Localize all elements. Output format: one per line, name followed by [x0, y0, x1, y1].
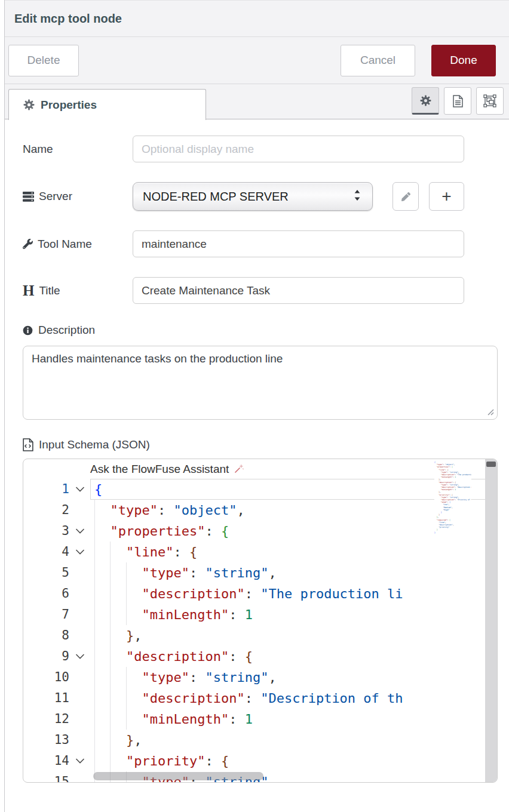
line-number: 13	[23, 730, 69, 751]
code-line-12[interactable]: 12 "minLength": 1	[23, 709, 497, 730]
code-line-14[interactable]: 14 "priority": {	[23, 751, 497, 771]
editor-vertical-scrollbar[interactable]	[485, 459, 497, 782]
fold-chevron-icon[interactable]	[69, 751, 90, 771]
ask-assistant-link[interactable]: Ask the FlowFuse Assistant	[90, 463, 229, 476]
edit-node-dialog: Edit mcp tool node Delete Cancel Done	[4, 0, 509, 812]
fold-spacer	[69, 604, 90, 625]
server-icon	[23, 192, 34, 202]
dialog-header: Edit mcp tool node	[5, 1, 509, 37]
description-field-wrap: Handles maintenance tasks on the product…	[23, 346, 498, 420]
fold-spacer	[69, 562, 90, 583]
gear-icon	[420, 95, 431, 106]
pencil-icon	[401, 192, 410, 201]
dialog-top-zone: Edit mcp tool node Delete Cancel Done	[5, 0, 509, 119]
server-label: Server	[23, 190, 133, 203]
title-input[interactable]	[133, 277, 464, 304]
line-number: 7	[23, 604, 69, 625]
document-icon	[453, 95, 463, 107]
tool-name-row: Tool Name	[23, 230, 509, 257]
tool-name-input[interactable]	[133, 230, 464, 257]
line-number: 6	[23, 583, 69, 604]
properties-tab-button[interactable]	[412, 87, 439, 115]
code-line-6[interactable]: 6 "description": "The production li	[23, 583, 497, 604]
assistant-header: Ask the FlowFuse Assistant	[23, 459, 497, 479]
cancel-button[interactable]: Cancel	[341, 45, 415, 76]
delete-button[interactable]: Delete	[8, 45, 79, 76]
description-textarea[interactable]: Handles maintenance tasks on the product…	[23, 346, 498, 420]
done-button[interactable]: Done	[431, 45, 496, 76]
appearance-tab-button[interactable]	[476, 87, 504, 115]
edit-server-button[interactable]	[393, 182, 419, 211]
name-input[interactable]	[133, 136, 464, 162]
fold-spacer	[69, 688, 90, 709]
line-number: 2	[23, 500, 69, 521]
code-line-10[interactable]: 10 "type": "string",	[23, 667, 497, 688]
code-line-11[interactable]: 11 "description": "Description of th	[23, 688, 497, 709]
line-number: 9	[23, 646, 69, 667]
title-row: H Title	[23, 277, 509, 304]
line-number: 1	[23, 479, 69, 500]
tab-properties-label: Properties	[41, 99, 97, 112]
heading-icon: H	[23, 283, 34, 298]
code-line-5[interactable]: 5 "type": "string",	[23, 562, 497, 583]
code-line-7[interactable]: 7 "minLength": 1	[23, 604, 497, 625]
fold-spacer	[69, 709, 90, 730]
tab-properties[interactable]: Properties	[8, 89, 206, 120]
line-number: 5	[23, 562, 69, 583]
code-line-1[interactable]: 1{	[23, 479, 497, 500]
code-line-3[interactable]: 3 "properties": {	[23, 521, 497, 542]
title-label: H Title	[23, 283, 133, 298]
fold-spacer	[69, 500, 90, 521]
fold-spacer	[69, 625, 90, 646]
fold-chevron-icon[interactable]	[69, 521, 90, 542]
code-line-13[interactable]: 13 },	[23, 730, 497, 751]
line-number: 3	[23, 521, 69, 542]
fold-chevron-icon[interactable]	[69, 479, 90, 500]
code-line-8[interactable]: 8 },	[23, 625, 497, 646]
line-number: 10	[23, 667, 69, 688]
code-line-2[interactable]: 2 "type": "object",	[23, 500, 497, 521]
minimap[interactable]: { "type": "object", "properties": { "lin…	[434, 461, 471, 782]
line-number: 15	[23, 771, 69, 783]
dialog-title: Edit mcp tool node	[14, 12, 122, 26]
add-server-button[interactable]: +	[429, 182, 464, 211]
file-code-icon	[23, 438, 33, 451]
properties-form: Name Serve	[5, 119, 509, 783]
fold-spacer	[69, 667, 90, 688]
server-row: Server NODE-RED MCP SERVER +	[23, 182, 509, 211]
fold-chevron-icon[interactable]	[69, 542, 90, 562]
input-schema-label: Input Schema (JSON)	[23, 438, 509, 451]
object-group-icon	[483, 94, 496, 107]
fold-spacer	[69, 771, 90, 783]
magic-wand-icon[interactable]	[234, 464, 244, 474]
tab-bar: Properties	[5, 84, 509, 119]
wrench-icon	[23, 239, 33, 249]
fold-spacer	[69, 583, 90, 604]
code-line-9[interactable]: 9 "description": {	[23, 646, 497, 667]
fold-chevron-icon[interactable]	[69, 646, 90, 667]
tab-icon-buttons	[412, 87, 504, 115]
line-number: 14	[23, 751, 69, 771]
code-lines: 1{2 "type": "object",3 "properties": {4 …	[23, 479, 497, 783]
json-code-editor[interactable]: Ask the FlowFuse Assistant 1{2 "type": "…	[23, 459, 498, 783]
fold-spacer	[69, 730, 90, 751]
gear-icon	[23, 99, 35, 110]
server-select-value: NODE-RED MCP SERVER	[143, 190, 289, 204]
line-number: 4	[23, 542, 69, 562]
dialog-toolbar: Delete Cancel Done	[5, 37, 509, 84]
vertical-scrollbar-thumb[interactable]	[486, 462, 496, 467]
info-icon	[23, 325, 33, 336]
tool-name-label: Tool Name	[23, 238, 133, 251]
server-select[interactable]: NODE-RED MCP SERVER	[133, 182, 373, 211]
description-label: Description	[23, 324, 509, 337]
code-line-4[interactable]: 4 "line": {	[23, 542, 497, 562]
select-arrows-icon	[353, 189, 361, 204]
name-row: Name	[23, 136, 509, 162]
editor-horizontal-scrollbar-thumb[interactable]	[93, 772, 263, 780]
line-number: 12	[23, 709, 69, 730]
line-number: 8	[23, 625, 69, 646]
description-tab-button[interactable]	[444, 87, 471, 115]
line-number: 11	[23, 688, 69, 709]
resize-grip-icon[interactable]	[486, 408, 495, 416]
name-label: Name	[23, 143, 133, 156]
